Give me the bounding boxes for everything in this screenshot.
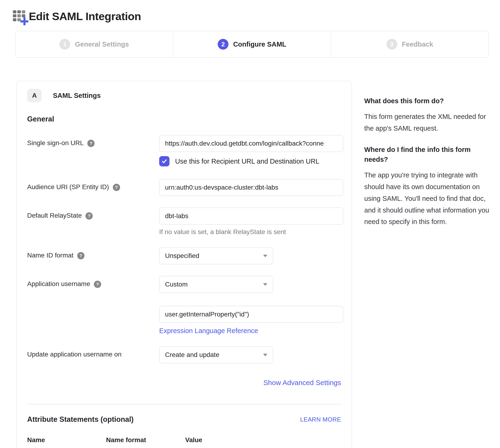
step-label: General Settings xyxy=(75,41,129,48)
step-number-badge: 2 xyxy=(218,39,228,50)
attribute-statements-heading: Attribute Statements (optional) xyxy=(27,415,134,424)
show-advanced-settings-link[interactable]: Show Advanced Settings xyxy=(263,379,341,386)
question-circle-icon[interactable]: ? xyxy=(87,140,95,147)
sso-url-row: Single sign-on URL ? https://auth.dev.cl… xyxy=(27,135,341,166)
general-heading: General xyxy=(27,115,341,123)
audience-uri-row: Audience URI (SP Entity ID) ? urn:auth0:… xyxy=(27,179,341,196)
sso-url-input[interactable]: https://auth.dev.cloud.getdbt.com/login/… xyxy=(159,135,343,152)
step-label: Configure SAML xyxy=(233,41,286,48)
custom-expression-input[interactable]: user.getInternalProperty("id") xyxy=(159,306,343,323)
step-label: Feedback xyxy=(402,41,433,48)
section-divider xyxy=(27,404,341,404)
attribute-statements-header-row: Name Name format Value xyxy=(27,436,341,444)
nameid-format-value: Unspecified xyxy=(165,252,199,260)
question-circle-icon[interactable]: ? xyxy=(113,184,120,191)
sidebar-heading-2: Where do I find the info this form needs… xyxy=(364,145,491,164)
wizard-step-feedback[interactable]: 3 Feedback xyxy=(331,31,488,57)
relaystate-input[interactable]: dbt-labs xyxy=(159,208,343,224)
custom-expression-row: user.getInternalProperty("id") Expressio… xyxy=(27,306,341,335)
relaystate-label: Default RelayState xyxy=(27,212,82,219)
column-header-value: Value xyxy=(185,436,202,444)
relaystate-row: Default RelayState ? dbt-labs If no valu… xyxy=(27,208,341,236)
sidebar-body-2: The app you're trying to integrate with … xyxy=(364,169,491,228)
update-username-row: Update application username on Create an… xyxy=(27,346,341,363)
sso-url-label: Single sign-on URL xyxy=(27,139,83,147)
update-username-value: Create and update xyxy=(165,351,219,359)
page-header: Edit SAML Integration xyxy=(13,8,500,24)
section-title: SAML Settings xyxy=(53,92,101,99)
wizard-step-configure-saml[interactable]: 2 Configure SAML xyxy=(173,31,331,57)
caret-down-icon xyxy=(263,354,267,356)
audience-uri-input[interactable]: urn:auth0:us-devspace-cluster:dbt-labs xyxy=(159,179,343,196)
recipient-url-checkbox[interactable] xyxy=(159,156,169,166)
help-sidebar: What does this form do? This form genera… xyxy=(364,81,491,238)
update-username-label: Update application username on xyxy=(27,351,121,358)
learn-more-link[interactable]: LEARN MORE xyxy=(300,416,341,423)
page-title: Edit SAML Integration xyxy=(29,10,141,23)
step-number-badge: 3 xyxy=(387,39,397,50)
sidebar-heading-1: What does this form do? xyxy=(364,96,491,106)
column-header-name: Name xyxy=(27,436,106,444)
application-username-row: Application username ? Custom xyxy=(27,276,341,293)
relaystate-help-text: If no value is set, a blank RelayState i… xyxy=(159,228,343,236)
question-circle-icon[interactable]: ? xyxy=(85,212,93,220)
plus-icon xyxy=(20,17,28,25)
wizard-steps: 1 General Settings 2 Configure SAML 3 Fe… xyxy=(15,31,489,58)
question-circle-icon[interactable]: ? xyxy=(77,252,84,259)
recipient-url-checkbox-label: Use this for Recipient URL and Destinati… xyxy=(175,158,319,165)
question-circle-icon[interactable]: ? xyxy=(94,281,101,288)
wizard-step-general-settings[interactable]: 1 General Settings xyxy=(16,31,173,57)
nameid-format-select[interactable]: Unspecified xyxy=(159,247,273,264)
update-username-select[interactable]: Create and update xyxy=(159,346,273,363)
saml-settings-card: A SAML Settings General Single sign-on U… xyxy=(16,81,352,448)
sidebar-body-1: This form generates the XML needed for t… xyxy=(364,111,491,134)
section-badge: A xyxy=(27,89,42,102)
expression-language-reference-link[interactable]: Expression Language Reference xyxy=(159,327,258,335)
nameid-format-row: Name ID format ? Unspecified xyxy=(27,247,341,264)
checkmark-icon xyxy=(161,158,167,164)
step-number-badge: 1 xyxy=(60,39,70,50)
caret-down-icon xyxy=(263,255,267,257)
column-header-name-format: Name format xyxy=(106,436,185,444)
application-username-value: Custom xyxy=(165,281,188,288)
nameid-format-label: Name ID format xyxy=(27,252,74,259)
application-username-label: Application username xyxy=(27,280,90,288)
application-username-select[interactable]: Custom xyxy=(159,276,273,293)
caret-down-icon xyxy=(263,283,267,286)
audience-uri-label: Audience URI (SP Entity ID) xyxy=(27,183,109,191)
grid-plus-icon xyxy=(13,8,27,24)
